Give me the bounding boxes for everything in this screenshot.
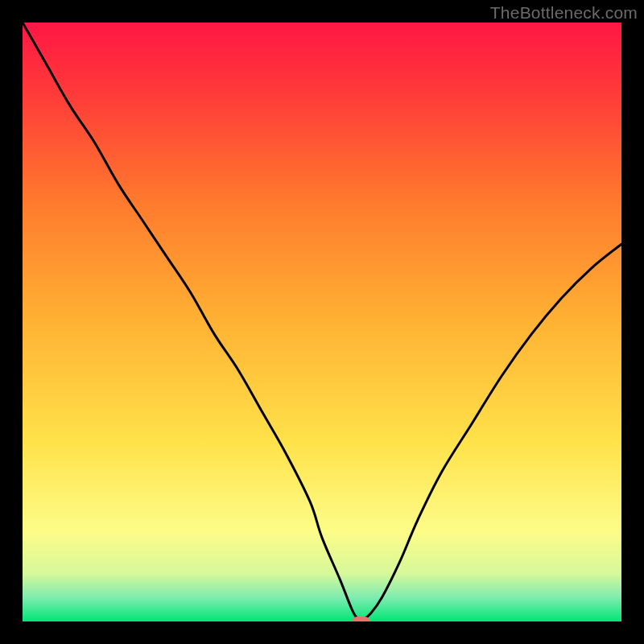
watermark-text: TheBottleneck.com bbox=[490, 3, 638, 23]
min-marker bbox=[352, 617, 369, 621]
gradient-background bbox=[23, 23, 621, 621]
plot-area bbox=[23, 23, 621, 621]
chart-frame: TheBottleneck.com bbox=[0, 0, 644, 644]
chart-svg bbox=[23, 23, 621, 621]
